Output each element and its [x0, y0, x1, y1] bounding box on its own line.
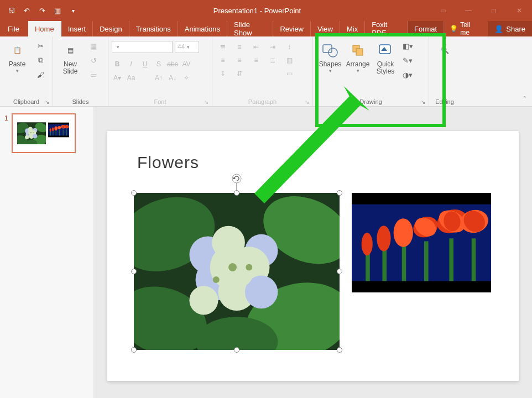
shapes-icon [321, 41, 339, 60]
copy-icon[interactable]: ⧉ [33, 54, 48, 66]
tab-home[interactable]: Home [28, 21, 61, 36]
shapes-button[interactable]: Shapes ▾ [316, 39, 344, 74]
ribbon-tabs: File Home Insert Design Transitions Anim… [0, 21, 532, 36]
columns-icon[interactable]: ▥ [282, 54, 296, 66]
slide-title[interactable]: Flowers [137, 153, 199, 172]
new-slide-button[interactable]: ▤ New Slide [56, 39, 84, 75]
svg-rect-39 [356, 49, 363, 55]
tab-foxit[interactable]: Foxit PDF [365, 21, 408, 36]
close-icon[interactable]: ✕ [507, 0, 532, 21]
undo-icon[interactable]: ↶ [19, 3, 34, 18]
underline-icon[interactable]: U [139, 59, 150, 70]
align-center-icon[interactable]: ≡ [232, 54, 247, 66]
arrange-button[interactable]: Arrange ▾ [344, 39, 372, 74]
layout-icon[interactable]: ▦ [86, 40, 101, 52]
group-font: 44 B I U S abc AV A▾ Aa A↑ A↓ ✧ Font↘ [108, 36, 212, 106]
justify-icon[interactable]: ≣ [265, 54, 280, 66]
font-color-icon[interactable]: A▾ [112, 72, 123, 83]
tab-insert[interactable]: Insert [61, 21, 93, 36]
font-size-combo[interactable]: 44 [175, 41, 199, 53]
title-bar: 🖫 ↶ ↷ ▥ ▾ Presentation1 - PowerPoint ▭ ―… [0, 0, 532, 21]
cut-icon[interactable]: ✂ [33, 40, 48, 52]
decrease-indent-icon[interactable]: ⇤ [249, 41, 263, 53]
qat-customize-icon[interactable]: ▾ [65, 3, 81, 18]
tab-file[interactable]: File [0, 21, 28, 36]
group-drawing-label: Drawing [359, 98, 382, 105]
increase-font-icon[interactable]: A↑ [153, 72, 164, 83]
shapes-label: Shapes [319, 61, 342, 68]
tab-design[interactable]: Design [93, 21, 129, 36]
change-case-icon[interactable]: Aa [126, 72, 137, 83]
tab-format[interactable]: Format [408, 21, 444, 36]
save-icon[interactable]: 🖫 [3, 3, 19, 18]
tab-view[interactable]: View [311, 21, 340, 36]
group-clipboard: 📋 Paste ▾ ✂ ⧉ 🖌 Clipboard↘ [0, 36, 53, 106]
resize-handle-n[interactable] [234, 190, 239, 196]
numbering-icon[interactable]: ≡ [232, 41, 247, 53]
tab-review[interactable]: Review [273, 21, 311, 36]
paste-button[interactable]: 📋 Paste ▾ [3, 39, 31, 74]
tab-mix[interactable]: Mix [340, 21, 365, 36]
text-direction-icon[interactable]: ↧ [216, 67, 230, 80]
slide-editor[interactable]: Flowers [94, 107, 532, 398]
quick-styles-button[interactable]: Quick Styles [372, 39, 399, 75]
clipboard-dialog-icon[interactable]: ↘ [45, 99, 49, 105]
align-left-icon[interactable]: ≡ [216, 54, 230, 66]
editing-button[interactable]: 🔍 [432, 39, 457, 61]
new-slide-label: New Slide [63, 61, 78, 75]
format-painter-icon[interactable]: 🖌 [33, 69, 48, 81]
shape-fill-icon[interactable]: ◧▾ [400, 40, 415, 52]
resize-handle-sw[interactable] [131, 347, 137, 353]
shape-outline-icon[interactable]: ✎▾ [400, 54, 415, 66]
line-spacing-icon[interactable]: ↕ [282, 41, 296, 53]
reset-icon[interactable]: ↺ [86, 54, 101, 66]
tab-animations[interactable]: Animations [178, 21, 227, 36]
tell-me-search[interactable]: 💡 Tell me [444, 21, 483, 36]
collapse-ribbon-icon[interactable]: ˄ [523, 96, 526, 103]
smartart-icon[interactable]: ▭ [282, 67, 296, 80]
paragraph-dialog-icon[interactable]: ↘ [305, 99, 309, 105]
character-spacing-icon[interactable]: AV [181, 59, 192, 70]
drawing-dialog-icon[interactable]: ↘ [421, 99, 425, 105]
amaryllis-image[interactable] [352, 193, 491, 292]
quick-access-toolbar: 🖫 ↶ ↷ ▥ ▾ [0, 3, 84, 18]
shape-effects-icon[interactable]: ◑▾ [400, 69, 415, 81]
resize-handle-ne[interactable] [337, 190, 342, 196]
tab-transitions[interactable]: Transitions [129, 21, 178, 36]
thumbnail-1[interactable]: 1 [4, 113, 89, 153]
bullets-icon[interactable]: ≣ [216, 41, 230, 53]
group-clipboard-label: Clipboard [13, 98, 39, 105]
share-button[interactable]: 👤 Share [488, 21, 532, 36]
resize-handle-nw[interactable] [131, 190, 137, 196]
selected-image[interactable] [134, 193, 340, 350]
strikethrough-icon[interactable]: abc [167, 59, 178, 70]
font-family-combo[interactable] [112, 41, 173, 53]
minimize-icon[interactable]: ― [456, 0, 481, 21]
italic-icon[interactable]: I [126, 59, 137, 70]
clear-formatting-icon[interactable]: ✧ [181, 72, 192, 83]
bold-icon[interactable]: B [112, 59, 123, 70]
section-icon[interactable]: ▭ [86, 69, 101, 81]
start-from-beginning-icon[interactable]: ▥ [50, 3, 65, 18]
font-dialog-icon[interactable]: ↘ [204, 99, 208, 105]
align-right-icon[interactable]: ≡ [249, 54, 263, 66]
group-drawing: Shapes ▾ Arrange ▾ Quick Styles ◧▾ ✎▾ ◑▾ [313, 36, 429, 106]
group-paragraph: ≣ ≡ ⇤ ⇥ ↕ ≡ ≡ ≡ ≣ ▥ ↧ ⇵ ▭ Paragraph↘ [212, 36, 313, 106]
share-icon: 👤 [494, 25, 503, 33]
shadow-icon[interactable]: S [153, 59, 164, 70]
tab-slideshow[interactable]: Slide Show [227, 21, 273, 36]
resize-handle-s[interactable] [234, 347, 239, 353]
redo-icon[interactable]: ↷ [34, 3, 50, 18]
resize-handle-w[interactable] [131, 269, 137, 274]
lightbulb-icon: 💡 [450, 25, 458, 33]
resize-handle-e[interactable] [337, 269, 342, 274]
resize-handle-se[interactable] [337, 347, 342, 353]
thumbnail-number: 1 [4, 114, 8, 122]
paste-label: Paste [9, 61, 26, 68]
thumbnails-pane[interactable]: 1 [0, 107, 94, 398]
maximize-icon[interactable]: ◻ [481, 0, 507, 21]
align-text-icon[interactable]: ⇵ [232, 67, 247, 80]
increase-indent-icon[interactable]: ⇥ [265, 41, 280, 53]
ribbon-display-options-icon[interactable]: ▭ [430, 0, 456, 21]
decrease-font-icon[interactable]: A↓ [167, 72, 178, 83]
